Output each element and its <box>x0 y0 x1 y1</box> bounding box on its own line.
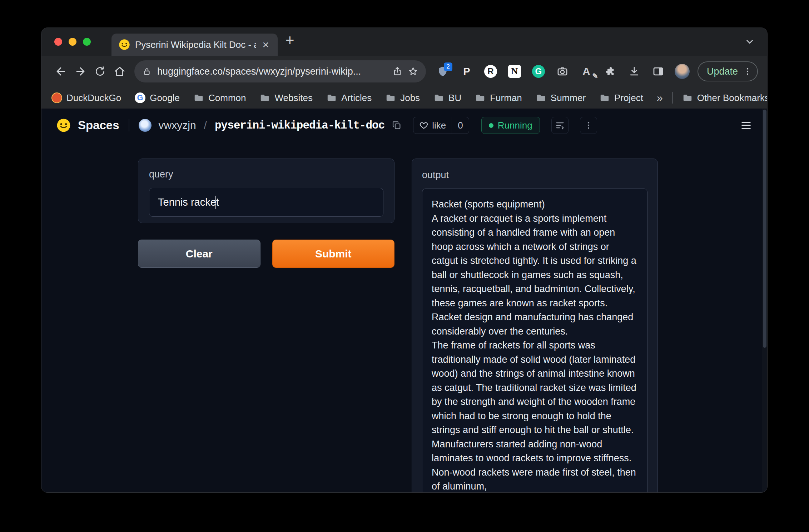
bookmark-duckduckgo[interactable]: DuckDuckGo <box>51 92 121 104</box>
output-textbox[interactable]: Racket (sports equipment) A racket or ra… <box>422 189 647 492</box>
huggingface-logo-icon[interactable] <box>56 118 71 132</box>
bookmark-google[interactable]: G Google <box>135 92 180 104</box>
bookmark-folder-common[interactable]: Common <box>193 92 246 104</box>
folder-icon <box>536 92 546 103</box>
gradio-app: query Clear Submit output Racket (sports… <box>41 142 767 492</box>
folder-icon <box>385 92 396 103</box>
new-tab-button[interactable]: + <box>286 33 294 48</box>
like-count[interactable]: 0 <box>452 117 468 134</box>
query-label: query <box>149 169 383 180</box>
bookmark-folder-websites[interactable]: Websites <box>259 92 312 104</box>
fullscreen-window-button[interactable] <box>83 38 91 46</box>
extension-r-icon[interactable]: R <box>483 64 498 79</box>
status-badge[interactable]: Running <box>481 117 540 134</box>
folder-icon <box>259 92 270 103</box>
spaces-brand-link[interactable]: Spaces <box>78 119 119 132</box>
space-kebab-menu-icon[interactable] <box>580 117 597 134</box>
browser-tab[interactable]: Pyserini Wikipedia Kilt Doc - a × <box>111 34 278 56</box>
submit-button[interactable]: Submit <box>272 240 395 268</box>
text-caret <box>215 196 216 209</box>
folder-icon <box>475 92 486 103</box>
running-dot-icon <box>489 123 493 128</box>
share-icon[interactable] <box>392 66 402 76</box>
heart-icon <box>419 121 428 130</box>
output-block: output Racket (sports equipment) A racke… <box>412 159 658 492</box>
bookmarks-right-cluster: » Other Bookmarks <box>657 92 768 104</box>
extension-badge: 2 <box>444 62 452 71</box>
tab-title: Pyserini Wikipedia Kilt Doc - a <box>135 39 256 50</box>
clear-button[interactable]: Clear <box>138 240 260 268</box>
font-extension-icon[interactable]: A✎ <box>579 64 594 79</box>
copy-space-name-icon[interactable] <box>392 120 402 130</box>
google-icon: G <box>135 92 145 103</box>
other-bookmarks-folder[interactable]: Other Bookmarks <box>682 92 768 104</box>
bookmark-folder-summer[interactable]: Summer <box>536 92 586 104</box>
extensions-row: 2 P R N G A✎ <box>435 64 690 79</box>
folder-icon <box>326 92 337 103</box>
path-slash: / <box>204 119 207 131</box>
page-scrollbar-thumb[interactable] <box>763 110 766 348</box>
minimize-window-button[interactable] <box>69 38 76 46</box>
home-button[interactable] <box>110 61 129 82</box>
reload-button[interactable] <box>90 61 110 82</box>
duckduckgo-icon <box>51 92 62 103</box>
bookmark-folder-bu[interactable]: BU <box>433 92 461 104</box>
bookmark-star-icon[interactable] <box>408 66 418 76</box>
folder-icon <box>682 92 693 103</box>
space-name-link[interactable]: pyserini-wikipedia-kilt-doc <box>215 119 384 132</box>
chrome-update-button[interactable]: Update <box>698 61 758 81</box>
bookmark-folder-articles[interactable]: Articles <box>326 92 372 104</box>
downloads-icon[interactable] <box>627 64 642 79</box>
extension-p-icon[interactable]: P <box>459 64 474 79</box>
page-scrollbar-track[interactable] <box>762 109 767 492</box>
output-label: output <box>422 170 647 181</box>
side-panel-icon[interactable] <box>651 64 666 79</box>
folder-icon <box>599 92 610 103</box>
bookmark-folder-jobs[interactable]: Jobs <box>385 92 420 104</box>
hamburger-menu-icon[interactable] <box>740 119 752 131</box>
back-button[interactable] <box>51 61 70 82</box>
input-column: query Clear Submit <box>138 159 394 492</box>
close-window-button[interactable] <box>54 38 62 46</box>
query-block: query <box>138 159 394 223</box>
folder-icon <box>433 92 444 103</box>
tab-strip: Pyserini Wikipedia Kilt Doc - a × + <box>41 28 767 56</box>
bookmarks-divider <box>672 92 673 104</box>
huggingface-header: Spaces vwxyzjn / pyserini-wikipedia-kilt… <box>41 109 767 142</box>
tab-search-chevron-icon[interactable] <box>744 36 755 47</box>
owner-name-link[interactable]: vwxyzjn <box>159 119 196 131</box>
owner-avatar[interactable] <box>139 119 152 132</box>
forward-button[interactable] <box>70 61 90 82</box>
header-divider <box>129 119 129 131</box>
lock-icon[interactable] <box>142 67 152 76</box>
like-widget: like 0 <box>413 117 469 134</box>
extensions-puzzle-icon[interactable] <box>603 64 618 79</box>
bookmarks-overflow-button[interactable]: » <box>657 92 663 104</box>
bookmarks-bar: DuckDuckGo G Google Common Websites Arti… <box>41 87 767 109</box>
profile-avatar[interactable] <box>675 64 690 79</box>
address-bar[interactable]: huggingface.co/spaces/vwxyzjn/pyserini-w… <box>134 60 426 82</box>
screenshot-camera-extension-icon[interactable] <box>555 64 570 79</box>
password-manager-extension-icon[interactable]: 2 <box>435 64 450 79</box>
tab-favicon-huggingface-icon <box>119 39 130 50</box>
button-row: Clear Submit <box>138 240 394 268</box>
window-controls <box>54 38 91 46</box>
tab-close-icon[interactable]: × <box>261 39 271 50</box>
grammarly-extension-icon[interactable]: G <box>531 64 546 79</box>
browser-toolbar: huggingface.co/spaces/vwxyzjn/pyserini-w… <box>41 56 767 87</box>
query-input[interactable] <box>149 188 383 217</box>
like-button[interactable]: like <box>413 117 452 134</box>
folder-icon <box>193 92 204 103</box>
bookmark-folder-furman[interactable]: Furman <box>475 92 522 104</box>
kebab-menu-icon[interactable] <box>743 67 752 76</box>
page-content: Spaces vwxyzjn / pyserini-wikipedia-kilt… <box>41 109 767 492</box>
bookmark-folder-project[interactable]: Project <box>599 92 643 104</box>
query-input-wrap <box>149 188 383 217</box>
notion-extension-icon[interactable]: N <box>507 64 522 79</box>
logs-icon[interactable] <box>551 117 569 134</box>
browser-window: Pyserini Wikipedia Kilt Doc - a × + hugg… <box>41 27 768 493</box>
url-text[interactable]: huggingface.co/spaces/vwxyzjn/pyserini-w… <box>157 66 387 77</box>
